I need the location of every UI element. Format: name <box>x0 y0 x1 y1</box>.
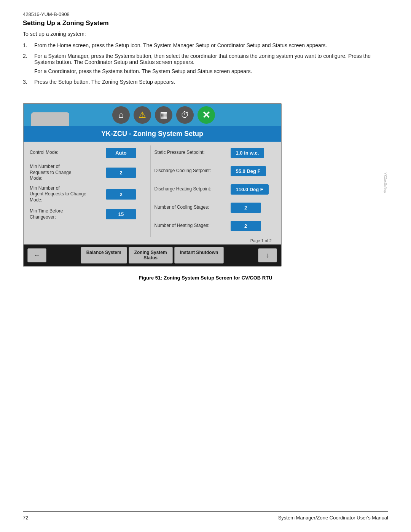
static-pressure-row: Static Pressure Setpoint: 1.0 in w.c. <box>155 145 275 160</box>
min-urgent-row: Min Number of Urgent Requests to Change … <box>30 185 150 203</box>
alert-icon[interactable]: ⚠ <box>134 106 151 124</box>
intro-text: To set up a zoning system: <box>23 31 388 37</box>
min-requests-label: Min Number of Requests to Change Mode: <box>30 164 106 182</box>
fields-left: Control Mode: Auto Min Number of Request… <box>30 145 150 237</box>
close-icon[interactable]: ✕ <box>198 106 215 124</box>
step-3-num: 3. <box>23 79 27 85</box>
back-button[interactable]: ← <box>27 248 46 262</box>
step-3-text: Press the Setup button. The Zoning Syste… <box>34 79 175 85</box>
ui-screenshot-wrapper: ⌂ ⚠ ▦ ⏱ ✕ YK-ZCU - Zoning System Setup <box>23 96 388 273</box>
ui-title-bar: YK-ZCU - Zoning System Setup <box>24 126 281 142</box>
bottom-center-buttons: Balance System Zoning System Status Inst… <box>81 247 224 264</box>
discharge-cooling-label: Discharge Cooling Setpoint: <box>155 168 231 174</box>
min-time-value[interactable]: 15 <box>106 209 136 219</box>
top-bar-tab <box>31 112 69 126</box>
content-area: Control Mode: Auto Min Number of Request… <box>24 142 281 244</box>
bottom-bar: ← Balance System Zoning System Status In… <box>24 244 281 266</box>
grid-icon[interactable]: ▦ <box>155 106 172 124</box>
cooling-stages-value[interactable]: 2 <box>231 203 261 213</box>
step-2: 2. For a System Manager, press the Syste… <box>23 53 388 74</box>
min-time-label: Min Time Before Changeover: <box>30 208 106 220</box>
page-container: 428516-YUM-B-0908 Setting Up a Zoning Sy… <box>0 0 411 532</box>
step-1-text: From the Home screen, press the Setup ic… <box>34 42 327 48</box>
figure-caption: Figure 51: Zoning System Setup Screen fo… <box>23 275 388 281</box>
discharge-heating-label: Discharge Heating Setpoint: <box>155 186 231 192</box>
ui-screenshot: ⌂ ⚠ ▦ ⏱ ✕ YK-ZCU - Zoning System Setup <box>23 103 282 267</box>
discharge-cooling-row: Discharge Cooling Setpoint: 55.0 Deg F <box>155 164 275 178</box>
forward-button[interactable]: ↓ <box>258 248 277 262</box>
min-requests-row: Min Number of Requests to Change Mode: 2 <box>30 164 150 182</box>
step-3: 3. Press the Setup button. The Zoning Sy… <box>23 79 388 85</box>
two-col-layout: Control Mode: Auto Min Number of Request… <box>30 145 275 237</box>
min-urgent-value[interactable]: 2 <box>106 189 136 200</box>
top-bar: ⌂ ⚠ ▦ ⏱ ✕ <box>24 104 281 126</box>
page-footer: 72 System Manager/Zone Coordinator User'… <box>23 511 388 521</box>
static-pressure-label: Static Pressure Setpoint: <box>155 150 231 156</box>
clock-icon[interactable]: ⏱ <box>176 106 194 124</box>
cooling-stages-label: Number of Cooling Stages: <box>155 204 231 211</box>
discharge-cooling-value[interactable]: 55.0 Deg F <box>231 166 266 176</box>
step-2-sub: For a Coordinator, press the Systems but… <box>34 68 388 74</box>
control-mode-row: Control Mode: Auto <box>30 145 150 160</box>
cooling-stages-row: Number of Cooling Stages: 2 <box>155 200 275 215</box>
instant-shutdown-button[interactable]: Instant Shutdown <box>174 247 224 264</box>
step-1: 1. From the Home screen, press the Setup… <box>23 42 388 48</box>
step-2-num: 2. <box>23 53 27 59</box>
balance-system-button[interactable]: Balance System <box>81 247 127 264</box>
control-mode-label: Control Mode: <box>30 150 106 156</box>
step-2-text: For a System Manager, press the Systems … <box>34 53 371 65</box>
doc-number: 428516-YUM-B-0908 <box>23 11 388 17</box>
footer-doc-title: System Manager/Zone Coordinator User's M… <box>278 515 388 521</box>
heating-stages-value[interactable]: 2 <box>231 221 261 231</box>
discharge-heating-value[interactable]: 110.0 Deg F <box>231 184 269 195</box>
home-icon[interactable]: ⌂ <box>112 106 130 124</box>
zoning-system-status-button[interactable]: Zoning System Status <box>129 247 173 264</box>
heating-stages-label: Number of Heating Stages: <box>155 223 231 229</box>
step-1-num: 1. <box>23 42 27 48</box>
control-mode-value[interactable]: Auto <box>106 148 136 158</box>
static-pressure-value[interactable]: 1.0 in w.c. <box>231 148 264 158</box>
min-urgent-label: Min Number of Urgent Requests to Change … <box>30 185 106 203</box>
page-indicator: Page 1 of 2 <box>30 237 275 244</box>
ui-title: YK-ZCU - Zoning System Setup <box>101 130 203 137</box>
min-requests-value[interactable]: 2 <box>106 168 136 178</box>
steps-list: 1. From the Home screen, press the Setup… <box>23 42 388 89</box>
top-icons: ⌂ ⚠ ▦ ⏱ ✕ <box>112 106 215 124</box>
section-title: Setting Up a Zoning System <box>23 19 388 27</box>
footer-page-num: 72 <box>23 515 28 521</box>
min-time-row: Min Time Before Changeover: 15 <box>30 207 150 222</box>
heating-stages-row: Number of Heating Stages: 2 <box>155 219 275 233</box>
fields-right: Static Pressure Setpoint: 1.0 in w.c. Di… <box>151 145 275 237</box>
discharge-heating-row: Discharge Heating Setpoint: 110.0 Deg F <box>155 182 275 197</box>
